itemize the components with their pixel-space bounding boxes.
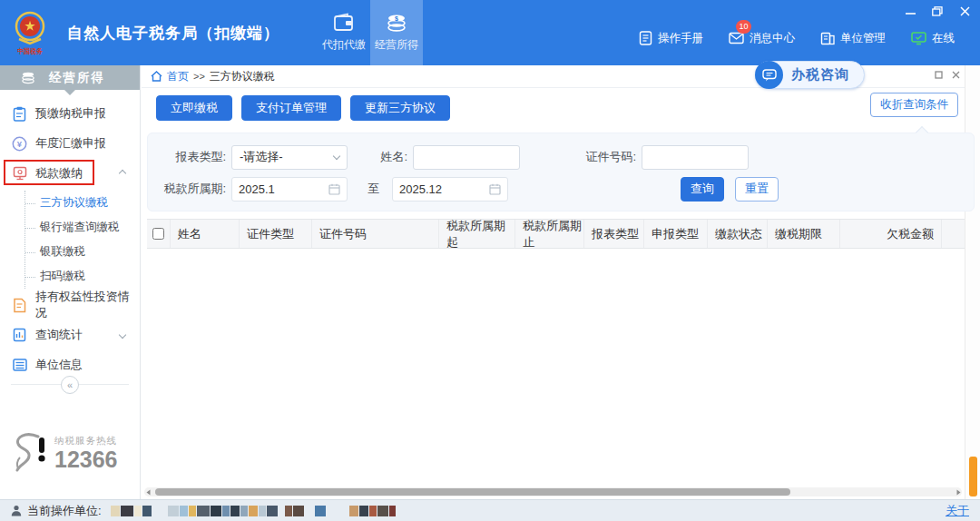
sidebar-item-label: 查询统计	[35, 327, 83, 343]
sidebar-item-label: 税款缴纳	[35, 165, 83, 182]
filter-row-1: 报表类型: -请选择- 姓名: 证件号码:	[148, 144, 974, 170]
hotline-12366-logo	[11, 430, 49, 476]
sidebar-item-unit-info[interactable]: 单位信息	[0, 354, 140, 376]
sidebar-item-query-statistics[interactable]: 查询统计	[0, 324, 140, 346]
column-header: 缴款状态	[708, 220, 768, 248]
id-number-input[interactable]	[642, 145, 749, 170]
svg-text:¥: ¥	[17, 139, 23, 149]
home-icon	[151, 71, 162, 82]
column-header: 证件号码	[312, 220, 439, 248]
yen-circle-icon: ¥	[12, 136, 27, 152]
query-button[interactable]: 查询	[681, 177, 724, 202]
statistics-icon	[12, 328, 27, 342]
column-header: 报表类型	[584, 220, 644, 248]
clipboard-icon	[12, 106, 27, 122]
about-link[interactable]: 关于	[946, 503, 969, 519]
column-header: 姓名	[171, 220, 240, 248]
chevron-down-icon	[333, 152, 340, 160]
column-header: 税款所属期止	[515, 220, 584, 248]
status-bar: 当前操作单位: 关于	[0, 499, 980, 521]
svg-text:$: $	[395, 15, 398, 23]
wallet-icon	[333, 13, 355, 33]
message-center-link[interactable]: 10 消息中心	[729, 31, 795, 46]
coins-icon	[20, 71, 36, 84]
online-status[interactable]: 在线	[911, 31, 955, 46]
update-tripartite-agreement-button[interactable]: 更新三方协议	[350, 95, 450, 121]
period-to-label: 至	[368, 181, 379, 197]
window-controls	[904, 5, 971, 16]
message-center-label: 消息中心	[750, 31, 795, 46]
period-from-value: 2025.1	[239, 182, 275, 196]
hotline-number: 12366	[54, 447, 118, 471]
manual-link[interactable]: 操作手册	[639, 31, 703, 46]
header-links: 操作手册 10 消息中心 单位管理	[639, 31, 955, 46]
horizontal-scrollbar-track[interactable]	[144, 487, 962, 496]
online-monitor-icon	[911, 32, 926, 45]
tax-period-label: 税款所属期:	[148, 181, 226, 197]
tab-label: 经营所得	[375, 37, 418, 53]
sidebar-subitem-scan-code[interactable]: 扫码缴税	[25, 264, 140, 289]
collapse-query-conditions-button[interactable]: 收折查询条件	[870, 93, 958, 117]
main-content: 首页 >> 三方协议缴税 办税咨询	[142, 65, 980, 499]
sidebar-item-label: 持有权益性投资情况	[35, 289, 140, 321]
horizontal-scrollbar-thumb[interactable]	[155, 488, 790, 496]
sidebar-subitem-tripartite-agreement[interactable]: 三方协议缴税	[25, 191, 140, 215]
name-input[interactable]	[413, 145, 520, 170]
sidebar-item-annual-settlement[interactable]: ¥ 年度汇缴申报	[0, 133, 140, 154]
column-header: 税款所属期起	[439, 220, 515, 248]
tab-label: 代扣代缴	[322, 37, 366, 53]
inner-close-icon[interactable]	[952, 71, 960, 79]
period-to-value: 2025.12	[399, 182, 442, 196]
select-all-checkbox[interactable]	[152, 228, 164, 240]
filter-row-2: 税款所属期: 2025.1 至 2025.12	[148, 176, 974, 202]
inner-window-controls	[935, 71, 960, 79]
tax-consult-button[interactable]: 办税咨询	[755, 61, 865, 89]
sidebar-subitem-unionpay[interactable]: 银联缴税	[25, 240, 140, 264]
tab-business-income[interactable]: $ 经营所得	[370, 0, 423, 65]
payment-order-management-button[interactable]: 支付订单管理	[241, 95, 341, 121]
tab-withholding[interactable]: 代扣代缴	[318, 0, 370, 65]
vertical-scrollbar-thumb[interactable]	[969, 457, 977, 496]
name-label: 姓名:	[366, 149, 407, 165]
pay-now-button[interactable]: 立即缴税	[156, 95, 232, 121]
sidebar-item-prepay-declaration[interactable]: 预缴纳税申报	[0, 103, 140, 124]
app-title: 自然人电子税务局（扣缴端）	[67, 23, 279, 44]
breadcrumb-home[interactable]: 首页	[167, 69, 189, 84]
column-header: 申报类型	[644, 220, 708, 248]
inner-restore-icon[interactable]	[935, 71, 943, 79]
sidebar-collapse-button[interactable]: «	[61, 376, 79, 394]
close-button[interactable]	[958, 5, 971, 16]
consult-label: 办税咨询	[791, 66, 849, 84]
column-header: 欠税金额	[840, 220, 942, 248]
user-icon	[11, 505, 22, 516]
sidebar-item-label: 年度汇缴申报	[35, 135, 106, 152]
vertical-scrollbar-track[interactable]	[965, 65, 980, 499]
restore-button[interactable]	[931, 5, 944, 16]
tax-bureau-logo: 中国税务	[5, 3, 54, 63]
envelope-icon	[729, 32, 744, 44]
sidebar-item-tax-payment[interactable]: 税款缴纳	[0, 162, 140, 184]
sidebar-item-equity-investment[interactable]: 持有权益性投资情况	[0, 294, 140, 316]
report-type-value: -请选择-	[240, 149, 283, 165]
sidebar-header-label: 经营所得	[49, 70, 105, 86]
scroll-left-arrow[interactable]	[144, 487, 152, 496]
hotline-text: 纳税服务热线 12366	[54, 435, 118, 471]
organization-icon	[820, 32, 835, 45]
column-header: 证件类型	[240, 220, 312, 248]
national-emblem-icon	[12, 10, 48, 46]
unit-management-link[interactable]: 单位管理	[820, 31, 886, 46]
current-unit-label: 当前操作单位:	[27, 503, 102, 519]
chat-bubble-icon	[762, 69, 777, 82]
sidebar-subitem-bank-query[interactable]: 银行端查询缴税	[25, 215, 140, 240]
coins-icon: $	[385, 13, 408, 33]
period-to-input[interactable]: 2025.12	[392, 177, 508, 202]
unit-management-label: 单位管理	[840, 31, 886, 46]
hotline-block: 纳税服务热线 12366	[11, 430, 118, 476]
minimize-button[interactable]	[904, 5, 916, 16]
equity-doc-icon	[12, 298, 27, 313]
reset-button[interactable]: 重置	[735, 177, 779, 202]
period-from-input[interactable]: 2025.1	[231, 177, 348, 202]
report-type-select[interactable]: -请选择-	[231, 145, 348, 170]
scroll-right-arrow[interactable]	[955, 487, 962, 496]
panel-notch	[916, 126, 928, 139]
